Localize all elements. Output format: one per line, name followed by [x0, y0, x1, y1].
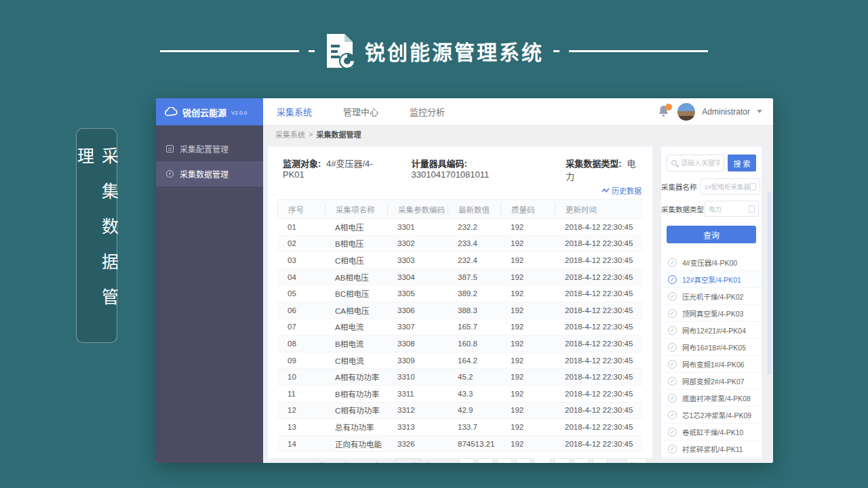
- device-list-item[interactable]: ✓ 网布12#21#/4-PK04: [661, 322, 762, 339]
- collector-select[interactable]: 1#配电柜采集器: [701, 178, 761, 195]
- cell-update-time: 2018-4-12 22:30:45: [555, 256, 643, 264]
- cell-index: 14: [277, 440, 325, 448]
- app-logo-name: 锐创云能源: [182, 106, 226, 119]
- table-body: 01 A相电压 3301 232.2 192 2018-4-12 22:30:4…: [277, 219, 643, 452]
- device-list-item[interactable]: ✓ 网部变频2#/4-PK07: [661, 373, 762, 390]
- cell-quality-code: 192: [500, 306, 555, 314]
- per-page-value: 15: [399, 462, 408, 463]
- device-list-item[interactable]: ✓ 4#变压器/4-PK00: [661, 254, 762, 271]
- search-button[interactable]: 搜 索: [728, 155, 756, 171]
- first-page-button[interactable]: 首页: [627, 458, 647, 463]
- cell-quality-code: 192: [500, 256, 555, 264]
- document-logo-icon: [324, 33, 355, 69]
- cell-latest-value: 45.2: [448, 373, 500, 381]
- breadcrumb: 采集系统 > 采集数据管理: [263, 125, 773, 143]
- user-avatar[interactable]: [677, 103, 695, 121]
- page-button[interactable]: ›: [593, 458, 608, 463]
- cell-index: 12: [277, 406, 325, 414]
- sidebar: 锐创云能源 V2.0.0 采集配置管理 采集数据管理: [156, 98, 263, 463]
- notification-badge: [665, 104, 672, 110]
- cell-item-name: AB相电压: [325, 272, 387, 283]
- table-header: 序号 采集项名称 采集参数编码 最新数值 质量码 更新时间: [277, 199, 643, 219]
- data-table: 序号 采集项名称 采集参数编码 最新数值 质量码 更新时间 01 A相电压 33…: [277, 199, 643, 452]
- device-name: 顶网真空泵/4-PK03: [682, 308, 743, 319]
- sidebar-menu-item[interactable]: 采集数据管理: [156, 161, 263, 186]
- device-list-item[interactable]: ✓ 芯1芯2冲浆泵/4-PK09: [661, 407, 762, 424]
- per-page-select[interactable]: 15: [395, 458, 420, 463]
- table-row: 10 A相有功功率 3310 45.2 192 2018-4-12 22:30:…: [277, 369, 643, 386]
- page-buttons: ‹ 1 2 3 ... 49 50 ›: [459, 458, 608, 463]
- menu-item-label: 采集配置管理: [180, 143, 229, 155]
- cloud-icon: [164, 107, 178, 117]
- notification-bell-icon[interactable]: [658, 105, 671, 119]
- top-nav-item[interactable]: 采集系统: [277, 105, 312, 118]
- cell-update-time: 2018-4-12 22:30:45: [555, 406, 643, 414]
- cell-update-time: 2018-4-12 22:30:45: [555, 357, 643, 365]
- device-name: 卷纸缸干燥/4-PK10: [682, 427, 743, 437]
- top-nav-item[interactable]: 监控分析: [410, 105, 445, 118]
- cell-quality-code: 192: [500, 323, 555, 331]
- check-circle-icon: ✓: [668, 309, 677, 318]
- query-button[interactable]: 查询: [667, 226, 756, 243]
- search-input[interactable]: [681, 159, 720, 167]
- cell-item-name: B相电压: [325, 238, 387, 249]
- search-icon: [671, 159, 679, 167]
- cell-param-code: 3312: [387, 406, 448, 414]
- page-button[interactable]: 2: [497, 458, 512, 463]
- cell-update-time: 2018-4-12 22:30:45: [555, 289, 643, 298]
- scrollbar[interactable]: [768, 192, 771, 375]
- page-button[interactable]: 1: [478, 458, 493, 463]
- page-button[interactable]: ‹: [459, 458, 474, 463]
- cell-latest-value: 42.9: [448, 406, 500, 414]
- cell-quality-code: 192: [500, 273, 555, 281]
- table-header-cell: 更新时间: [555, 204, 643, 215]
- table-row: 09 C相电流 3309 164.2 192 2018-4-12 22:30:4…: [277, 352, 643, 369]
- device-name: 网布16#18#/4-PK05: [682, 342, 746, 352]
- cell-quality-code: 192: [500, 223, 555, 231]
- cell-item-name: 总有功功率: [325, 422, 387, 432]
- select-arrow-icon: [410, 462, 416, 463]
- per-page-unit: 条: [425, 460, 433, 463]
- cell-quality-code: 192: [500, 373, 555, 381]
- data-type-select[interactable]: 电力: [705, 201, 759, 217]
- meter-code-value: 3301041701081011: [412, 169, 490, 180]
- history-data-link[interactable]: 历史数据: [601, 185, 642, 196]
- device-list-item[interactable]: ✓ 12#真空泵/4-PK01: [661, 271, 762, 288]
- top-nav-item[interactable]: 管理中心: [343, 105, 378, 118]
- sidebar-menu-item[interactable]: 采集配置管理: [156, 136, 263, 161]
- cell-item-name: A相电压: [325, 222, 387, 232]
- table-row: 13 总有功功率 3313 133.7 192 2018-4-12 22:30:…: [277, 419, 643, 436]
- cell-quality-code: 192: [500, 440, 555, 448]
- cell-index: 01: [277, 223, 325, 231]
- device-list-item[interactable]: ✓ 卷纸缸干燥/4-PK10: [661, 424, 762, 441]
- device-list-item[interactable]: ✓ 底面衬冲浆泵/4-PK08: [661, 390, 762, 407]
- top-nav: 采集系统 管理中心 监控分析: [277, 105, 445, 118]
- breadcrumb-parent[interactable]: 采集系统: [275, 129, 305, 140]
- cell-index: 10: [277, 373, 325, 381]
- table-row: 01 A相电压 3301 232.2 192 2018-4-12 22:30:4…: [277, 219, 643, 236]
- cell-item-name: B相有功功率: [325, 388, 387, 399]
- device-list-item[interactable]: ✓ 网布16#18#/4-PK05: [661, 339, 762, 356]
- cell-index: 11: [277, 390, 325, 398]
- collector-label: 采集器名称: [661, 182, 701, 192]
- device-list-item[interactable]: ✓ 网布变频1#/4-PK06: [661, 356, 762, 373]
- cell-update-time: 2018-4-12 22:30:45: [555, 223, 643, 231]
- page-button[interactable]: ...: [535, 458, 550, 463]
- page-button[interactable]: 49: [554, 458, 569, 463]
- page-button[interactable]: 50: [574, 458, 589, 463]
- collector-value: 1#配电柜采集器: [705, 182, 751, 191]
- cell-quality-code: 192: [500, 340, 555, 348]
- device-list-item[interactable]: ✓ 衬浆碎浆机/4-PK11: [661, 441, 762, 458]
- device-list-item[interactable]: ✓ 顶网真空泵/4-PK03: [661, 305, 762, 322]
- table-row: 04 AB相电压 3304 387.5 192 2018-4-12 22:30:…: [277, 269, 643, 286]
- device-list-item[interactable]: ✓ 压光机干燥/4-PK02: [661, 288, 762, 305]
- cell-quality-code: 192: [500, 239, 555, 247]
- meter-code-label: 计量器具编码:: [412, 159, 467, 169]
- chevron-down-icon[interactable]: [757, 110, 762, 113]
- cell-param-code: 3305: [387, 289, 448, 298]
- cell-item-name: B相电流: [325, 338, 387, 349]
- cell-index: 04: [277, 273, 325, 281]
- breadcrumb-separator: >: [309, 130, 313, 138]
- page-button[interactable]: 3: [516, 458, 531, 463]
- wave-icon: [601, 188, 610, 193]
